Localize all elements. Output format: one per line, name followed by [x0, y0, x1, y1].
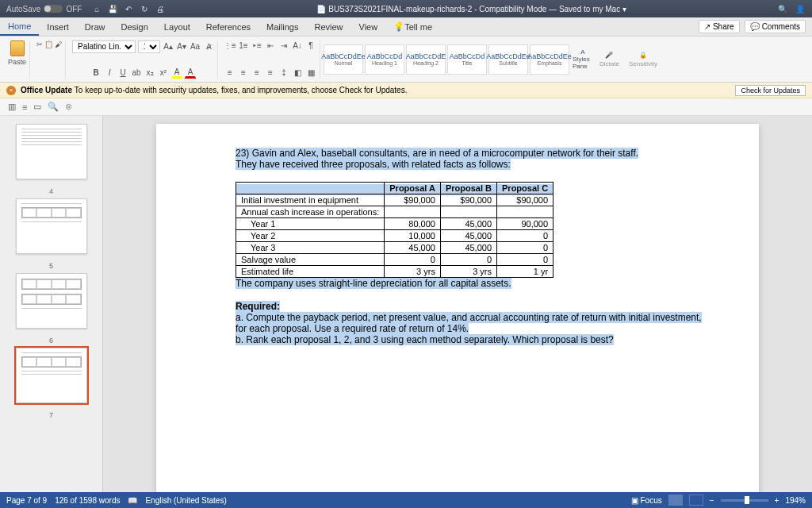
italic-button[interactable]: I [104, 67, 115, 79]
shading-icon[interactable]: ◧ [292, 67, 303, 79]
shrink-font-icon[interactable]: A▾ [176, 41, 187, 52]
ribbon: Paste ✂📋🖌 Palatino Lin... 10 A▴ A▾ Aa A̷… [0, 37, 812, 83]
home-icon[interactable]: ⌂ [91, 3, 102, 14]
document-area[interactable]: 23) Gavin and Alex, baseball consultants… [103, 116, 812, 492]
page-view-icon[interactable]: ▭ [33, 102, 41, 112]
comments-button[interactable]: 💬 Comments [745, 20, 806, 33]
check-updates-button[interactable]: Check for Updates [735, 85, 806, 96]
search-icon[interactable]: 🔍 [777, 3, 788, 14]
thumbnail-page-6[interactable] [16, 273, 87, 329]
superscript-button[interactable]: x² [158, 67, 169, 79]
language-indicator[interactable]: English (United States) [145, 496, 226, 505]
autosave-toggle[interactable]: AutoSave OFF [6, 5, 82, 13]
required-b[interactable]: b. Rank each proposal 1, 2, and 3 using … [236, 334, 614, 345]
style-subtitle[interactable]: AaBbCcDdEeSubtitle [488, 44, 528, 75]
multilevel-icon[interactable]: ‣≡ [251, 40, 262, 52]
zoom-slider[interactable] [721, 499, 768, 502]
tab-mailings[interactable]: Mailings [259, 17, 306, 36]
status-bar: Page 7 of 9 126 of 1598 words 📖 English … [0, 492, 812, 508]
underline-button[interactable]: U [117, 67, 128, 79]
proposals-table[interactable]: Proposal AProposal BProposal C Initial i… [236, 184, 553, 195]
thumbnail-panel[interactable]: 4 5 6 7 [0, 116, 103, 492]
close-panel-icon[interactable]: ⊗ [65, 102, 72, 112]
tab-draw[interactable]: Draw [77, 17, 113, 36]
highlight-button[interactable]: A [171, 67, 182, 79]
zoom-icon[interactable]: 🔍 [48, 102, 59, 112]
titlebar: AutoSave OFF ⌂ 💾 ↶ ↻ 🖨 📄 BUS373S2021FINA… [0, 0, 812, 17]
show-marks-icon[interactable]: ¶ [305, 40, 316, 52]
grow-font-icon[interactable]: A▴ [163, 41, 174, 52]
change-case-icon[interactable]: Aa [190, 41, 201, 52]
undo-icon[interactable]: ↶ [123, 3, 134, 14]
update-bar: × Office Update To keep up-to-date with … [0, 83, 812, 98]
mini-toolbar: ▥ ≡ ▭ 🔍 ⊗ [0, 98, 812, 116]
zoom-out-icon[interactable]: − [710, 496, 714, 505]
spellcheck-icon[interactable]: 📖 [128, 496, 137, 505]
strike-button[interactable]: ab [131, 67, 142, 79]
question-intro-2[interactable]: They have received three proposals, with… [236, 159, 511, 170]
indent-icon[interactable]: ⇥ [278, 40, 289, 52]
paste-button[interactable]: Paste [8, 40, 26, 66]
share-button[interactable]: ↗ Share [699, 20, 740, 33]
question-intro-1[interactable]: 23) Gavin and Alex, baseball consultants… [236, 148, 638, 159]
styles-pane-button[interactable]: AStyles Pane [573, 48, 593, 70]
align-left-icon[interactable]: ≡ [224, 67, 236, 79]
user-icon[interactable]: 👤 [795, 3, 806, 14]
page-indicator[interactable]: Page 7 of 9 [6, 496, 47, 505]
sensitivity-button: 🔒Sensitivity [626, 52, 661, 67]
subscript-button[interactable]: x₂ [144, 67, 155, 79]
clear-format-icon[interactable]: A̷ [203, 41, 214, 52]
redo-icon[interactable]: ↻ [139, 3, 150, 14]
style-heading2[interactable]: AaBbCcDdEHeading 2 [406, 44, 446, 75]
style-title[interactable]: AaBbCcDdTitle [447, 44, 487, 75]
align-center-icon[interactable]: ≡ [238, 67, 249, 79]
tab-home[interactable]: Home [0, 17, 39, 36]
bold-button[interactable]: B [90, 67, 102, 79]
save-icon[interactable]: 💾 [107, 3, 118, 14]
document-page[interactable]: 23) Gavin and Alex, baseball consultants… [156, 124, 759, 492]
bullets-icon[interactable]: ⋮≡ [224, 40, 236, 52]
required-title[interactable]: Required: [236, 301, 280, 312]
sort-icon[interactable]: A↓ [292, 40, 303, 52]
tab-insert[interactable]: Insert [39, 17, 77, 36]
tell-me[interactable]: 💡 Tell me [385, 17, 440, 36]
font-size-select[interactable]: 10 [138, 40, 160, 53]
required-a[interactable]: a. Compute the payback period, net prese… [236, 312, 702, 334]
thumbnail-page-7[interactable] [16, 348, 87, 403]
tab-review[interactable]: Review [306, 17, 350, 36]
line-spacing-icon[interactable]: ‡ [278, 67, 289, 79]
print-icon[interactable]: 🖨 [155, 3, 166, 14]
outdent-icon[interactable]: ⇤ [265, 40, 276, 52]
tab-design[interactable]: Design [113, 17, 156, 36]
tab-view[interactable]: View [351, 17, 386, 36]
font-color-button[interactable]: A [185, 67, 196, 79]
word-count[interactable]: 126 of 1598 words [55, 496, 120, 505]
dictate-button[interactable]: 🎤Dictate [596, 52, 622, 67]
style-emphasis[interactable]: AaBbCcDdEeEmphasis [530, 44, 569, 75]
style-gallery[interactable]: AaBbCcDdEeNormal AaBbCcDdHeading 1 AaBbC… [324, 44, 569, 75]
zoom-in-icon[interactable]: + [775, 496, 779, 505]
tab-references[interactable]: References [198, 17, 259, 36]
thumbnail-page-4[interactable] [16, 124, 87, 179]
style-heading1[interactable]: AaBbCcDdHeading 1 [365, 44, 404, 75]
tab-layout[interactable]: Layout [156, 17, 198, 36]
print-layout-view[interactable] [668, 495, 683, 506]
zoom-level[interactable]: 194% [785, 496, 806, 505]
ribbon-tabs: Home Insert Draw Design Layout Reference… [0, 17, 812, 37]
list-view-icon[interactable]: ≡ [22, 102, 27, 112]
justify-icon[interactable]: ≡ [265, 67, 276, 79]
font-name-select[interactable]: Palatino Lin... [72, 40, 136, 53]
thumb-view-icon[interactable]: ▥ [8, 102, 16, 112]
document-title: 📄 BUS373S2021FINAL-makeup-richards-2 - C… [166, 5, 777, 13]
close-update-icon[interactable]: × [6, 86, 16, 95]
borders-icon[interactable]: ▦ [305, 67, 316, 79]
focus-mode[interactable]: ▣ Focus [631, 496, 662, 505]
thumbnail-page-5[interactable] [16, 198, 87, 254]
depreciation-note[interactable]: The company uses straight-line depreciat… [236, 278, 511, 289]
style-normal[interactable]: AaBbCcDdEeNormal [324, 44, 363, 75]
align-right-icon[interactable]: ≡ [251, 67, 262, 79]
web-layout-view[interactable] [689, 495, 703, 506]
numbering-icon[interactable]: 1≡ [238, 40, 249, 52]
